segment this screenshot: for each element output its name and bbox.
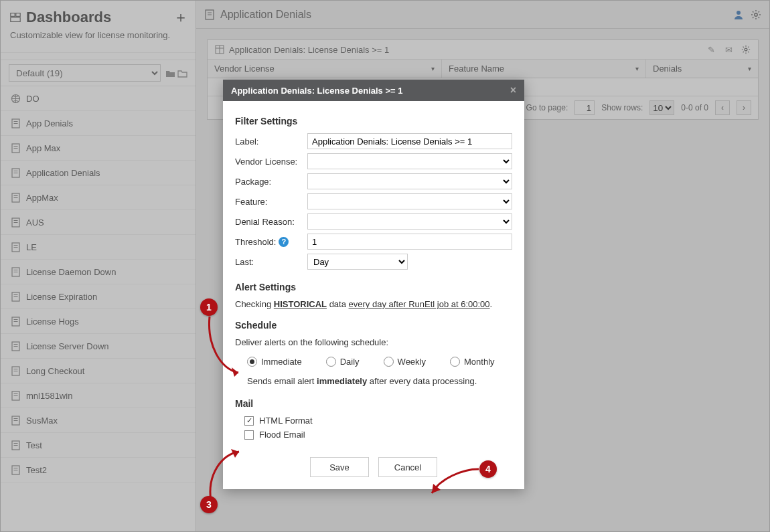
flood-email-checkbox[interactable]: Flood Email [244, 430, 512, 440]
callout-3: 3 [200, 496, 218, 513]
vendor-label: Vendor License: [235, 157, 307, 167]
radio-monthly[interactable]: Monthly [450, 357, 495, 367]
html-format-checkbox[interactable]: ✓HTML Format [244, 416, 512, 426]
help-icon[interactable]: ? [279, 237, 289, 247]
close-icon[interactable]: × [510, 85, 516, 96]
schedule-heading: Schedule [235, 320, 512, 331]
cancel-button[interactable]: Cancel [378, 457, 437, 477]
radio-weekly[interactable]: Weekly [384, 357, 426, 367]
feature-select[interactable] [307, 193, 512, 209]
reason-label: Denial Reason: [235, 217, 307, 227]
threshold-input[interactable] [307, 234, 512, 250]
alert-settings-heading: Alert Settings [235, 282, 512, 292]
mail-heading: Mail [235, 398, 512, 409]
save-button[interactable]: Save [310, 457, 369, 477]
label-label: Label: [235, 137, 307, 147]
package-select[interactable] [307, 173, 512, 189]
radio-daily[interactable]: Daily [326, 357, 360, 367]
last-select[interactable]: Day [307, 254, 408, 270]
last-label: Last: [235, 257, 307, 267]
label-input[interactable] [307, 133, 512, 149]
feature-label: Feature: [235, 197, 307, 207]
filter-settings-heading: Filter Settings [235, 116, 512, 126]
schedule-description: Deliver alerts on the following schedule… [235, 337, 512, 347]
schedule-note: Sends email alert immediately after ever… [235, 376, 512, 386]
callout-1: 1 [200, 298, 218, 316]
filter-settings-dialog: Application Denials: License Denials >= … [223, 80, 524, 489]
threshold-label: Threshold:? [235, 237, 307, 247]
callout-4: 4 [479, 460, 497, 478]
package-label: Package: [235, 177, 307, 187]
alert-description: Checking HISTORICAL data every day after… [235, 299, 512, 309]
vendor-select[interactable] [307, 153, 512, 169]
dialog-title-text: Application Denials: License Denials >= … [231, 86, 402, 96]
reason-select[interactable] [307, 213, 512, 230]
radio-immediate[interactable]: Immediate [247, 357, 302, 367]
